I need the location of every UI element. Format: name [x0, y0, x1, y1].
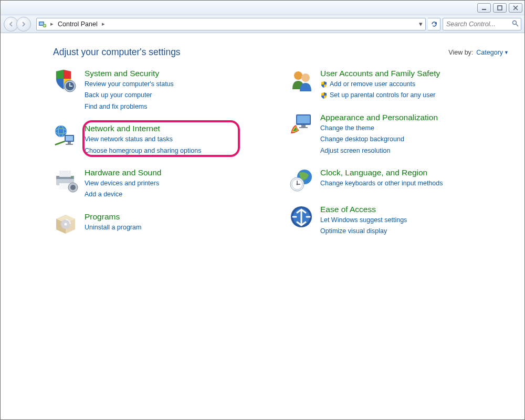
category-system-and-security: System and Security Review your computer… [53, 68, 273, 112]
svg-rect-18 [68, 142, 71, 144]
search-box[interactable] [443, 18, 521, 30]
category-link[interactable]: Choose homegroup and sharing options [85, 146, 201, 156]
left-column: System and Security Review your computer… [53, 68, 273, 237]
category-link[interactable]: Add a device [85, 190, 162, 200]
refresh-button[interactable] [428, 18, 440, 30]
content-area: Adjust your computer's settings View by:… [1, 33, 524, 419]
category-link[interactable]: Back up your computer [85, 90, 174, 100]
svg-rect-6 [44, 25, 46, 26]
forward-button[interactable] [16, 17, 31, 32]
category-link[interactable]: Optimize visual display [320, 226, 407, 236]
uac-shield-icon [320, 92, 328, 99]
svg-point-29 [65, 223, 67, 225]
clock-globe-icon [289, 167, 314, 193]
chevron-down-icon: ▼ [504, 50, 509, 55]
address-dropdown-icon[interactable]: ▾ [417, 19, 424, 29]
maximize-button[interactable] [493, 3, 507, 13]
appearance-icon [289, 112, 314, 138]
title-bar [1, 1, 524, 15]
category-title[interactable]: Hardware and Sound [85, 168, 162, 177]
category-link[interactable]: Adjust screen resolution [320, 146, 438, 156]
search-input[interactable] [445, 20, 512, 28]
svg-point-30 [294, 71, 302, 80]
category-ease-of-access: Ease of Access Let Windows suggest setti… [289, 204, 509, 237]
category-link[interactable]: Set up parental controls for any user [320, 90, 440, 100]
uac-shield-icon [320, 81, 328, 88]
category-network-and-internet: Network and Internet View network status… [53, 123, 273, 156]
minimize-button[interactable] [477, 3, 491, 13]
ease-of-access-icon [289, 204, 314, 229]
search-icon[interactable] [512, 20, 519, 28]
category-link[interactable]: View devices and printers [85, 178, 162, 188]
category-appearance: Appearance and Personalization Change th… [289, 112, 509, 156]
svg-line-8 [516, 24, 518, 26]
category-link[interactable]: Add or remove user accounts [320, 79, 440, 89]
svg-point-31 [301, 74, 310, 82]
users-icon [289, 68, 314, 93]
view-by-dropdown[interactable]: Category ▼ [476, 49, 509, 56]
svg-rect-35 [299, 127, 308, 128]
category-link[interactable]: Let Windows suggest settings [320, 215, 407, 225]
category-link[interactable]: Change keyboards or other input methods [320, 178, 443, 188]
svg-point-41 [297, 183, 298, 185]
category-title[interactable]: Appearance and Personalization [320, 113, 438, 122]
svg-rect-23 [59, 171, 71, 177]
breadcrumb-separator-icon[interactable]: ▸ [101, 20, 106, 27]
nav-back-forward [4, 17, 31, 32]
category-title[interactable]: System and Security [85, 69, 174, 78]
svg-rect-1 [498, 6, 502, 10]
category-programs: Programs Uninstall a program [53, 212, 273, 237]
category-link[interactable]: Change the theme [320, 123, 438, 133]
svg-point-27 [70, 185, 76, 190]
category-link-text: Set up parental controls for any user [330, 90, 436, 100]
category-link[interactable]: Find and fix problems [85, 102, 174, 112]
view-by-label: View by: [448, 49, 473, 56]
window: ▸ Control Panel ▸ ▾ Adjust your computer… [0, 0, 525, 420]
navigation-bar: ▸ Control Panel ▸ ▾ [1, 15, 524, 33]
category-link[interactable]: Change desktop background [320, 134, 438, 144]
category-user-accounts: User Accounts and Family Safety Add or r… [289, 68, 509, 101]
category-title[interactable]: User Accounts and Family Safety [320, 69, 440, 78]
address-bar[interactable]: ▸ Control Panel ▸ ▾ [36, 18, 426, 30]
category-link[interactable]: Review your computer's status [85, 79, 174, 89]
control-panel-icon [38, 19, 47, 29]
view-by: View by: Category ▼ [448, 49, 509, 56]
category-link[interactable]: View network status and tasks [85, 134, 201, 144]
page-title: Adjust your computer's settings [53, 47, 181, 58]
category-title[interactable]: Programs [85, 212, 141, 222]
right-column: User Accounts and Family Safety Add or r… [289, 68, 509, 237]
category-columns: System and Security Review your computer… [53, 68, 509, 237]
shield-icon [53, 68, 78, 93]
svg-rect-17 [66, 136, 73, 141]
breadcrumb-separator-icon[interactable]: ▸ [49, 20, 55, 27]
category-title[interactable]: Ease of Access [320, 205, 407, 214]
svg-rect-12 [69, 86, 72, 87]
svg-rect-3 [40, 22, 44, 25]
view-by-value: Category [476, 49, 503, 56]
svg-rect-0 [482, 9, 486, 10]
svg-rect-34 [301, 125, 306, 127]
breadcrumb-control-panel[interactable]: Control Panel [57, 20, 99, 28]
programs-icon [53, 212, 78, 237]
svg-point-7 [513, 20, 517, 24]
content-header: Adjust your computer's settings View by:… [53, 47, 509, 58]
category-title[interactable]: Network and Internet [85, 124, 201, 133]
category-link-text: Add or remove user accounts [330, 79, 415, 89]
svg-rect-33 [297, 116, 310, 123]
svg-point-25 [71, 176, 73, 178]
svg-rect-19 [66, 144, 73, 145]
close-button[interactable] [509, 3, 522, 13]
network-icon [53, 123, 78, 149]
category-clock-language-region: Clock, Language, and Region Change keybo… [289, 167, 509, 193]
printer-icon [53, 167, 78, 193]
svg-rect-20 [55, 141, 65, 146]
category-title[interactable]: Clock, Language, and Region [320, 168, 443, 177]
category-link[interactable]: Uninstall a program [85, 223, 141, 233]
category-hardware-and-sound: Hardware and Sound View devices and prin… [53, 167, 273, 200]
